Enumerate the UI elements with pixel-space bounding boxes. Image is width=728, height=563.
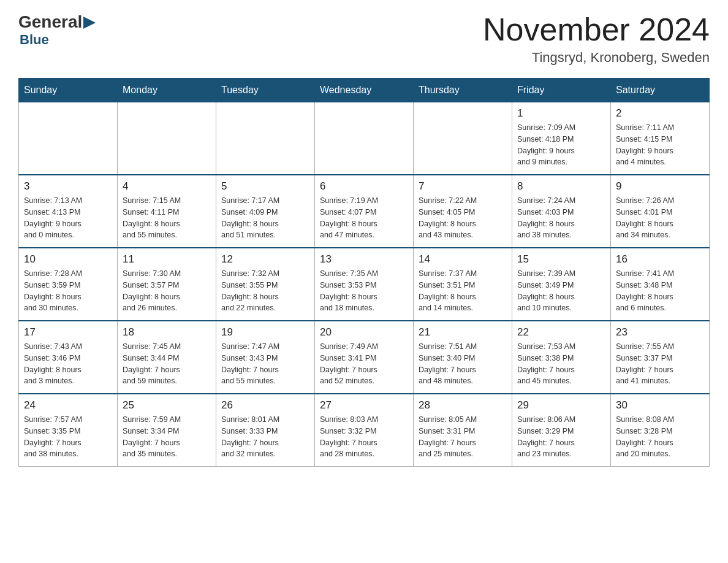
location-title: Tingsryd, Kronoberg, Sweden [483,50,710,66]
day-info: Sunrise: 8:08 AM Sunset: 3:28 PM Dayligh… [616,414,704,460]
day-cell: 23Sunrise: 7:55 AM Sunset: 3:37 PM Dayli… [611,321,710,394]
header-monday: Monday [118,79,216,102]
week-row-0: 1Sunrise: 7:09 AM Sunset: 4:18 PM Daylig… [19,102,710,175]
header-friday: Friday [512,79,611,102]
day-cell [315,102,414,175]
week-row-1: 3Sunrise: 7:13 AM Sunset: 4:13 PM Daylig… [19,175,710,248]
day-info: Sunrise: 7:24 AM Sunset: 4:03 PM Dayligh… [517,195,605,241]
header-thursday: Thursday [414,79,512,102]
day-info: Sunrise: 7:09 AM Sunset: 4:18 PM Dayligh… [517,122,605,168]
header-saturday: Saturday [611,79,710,102]
day-info: Sunrise: 7:26 AM Sunset: 4:01 PM Dayligh… [616,195,704,241]
day-cell: 12Sunrise: 7:32 AM Sunset: 3:55 PM Dayli… [216,248,315,321]
header-row: SundayMondayTuesdayWednesdayThursdayFrid… [19,79,710,102]
day-info: Sunrise: 7:59 AM Sunset: 3:34 PM Dayligh… [123,414,211,460]
page-header: General Blue November 2024 Tingsryd, Kro… [18,12,710,66]
day-cell: 18Sunrise: 7:45 AM Sunset: 3:44 PM Dayli… [118,321,216,394]
day-info: Sunrise: 7:37 AM Sunset: 3:51 PM Dayligh… [419,268,507,314]
day-info: Sunrise: 7:39 AM Sunset: 3:49 PM Dayligh… [517,268,605,314]
day-cell: 10Sunrise: 7:28 AM Sunset: 3:59 PM Dayli… [19,248,118,321]
day-number: 19 [221,326,309,339]
day-number: 15 [517,253,605,266]
day-info: Sunrise: 7:43 AM Sunset: 3:46 PM Dayligh… [24,341,112,387]
header-sunday: Sunday [19,79,118,102]
day-cell: 9Sunrise: 7:26 AM Sunset: 4:01 PM Daylig… [611,175,710,248]
day-cell: 20Sunrise: 7:49 AM Sunset: 3:41 PM Dayli… [315,321,414,394]
day-info: Sunrise: 8:06 AM Sunset: 3:29 PM Dayligh… [517,414,605,460]
day-cell: 25Sunrise: 7:59 AM Sunset: 3:34 PM Dayli… [118,394,216,467]
day-cell [216,102,315,175]
title-block: November 2024 Tingsryd, Kronoberg, Swede… [483,12,710,66]
day-info: Sunrise: 8:03 AM Sunset: 3:32 PM Dayligh… [320,414,408,460]
day-info: Sunrise: 7:15 AM Sunset: 4:11 PM Dayligh… [123,195,211,241]
day-cell: 13Sunrise: 7:35 AM Sunset: 3:53 PM Dayli… [315,248,414,321]
day-number: 18 [123,326,211,339]
day-info: Sunrise: 7:13 AM Sunset: 4:13 PM Dayligh… [24,195,112,241]
day-info: Sunrise: 7:49 AM Sunset: 3:41 PM Dayligh… [320,341,408,387]
day-cell: 27Sunrise: 8:03 AM Sunset: 3:32 PM Dayli… [315,394,414,467]
day-info: Sunrise: 7:17 AM Sunset: 4:09 PM Dayligh… [221,195,309,241]
calendar-table: SundayMondayTuesdayWednesdayThursdayFrid… [18,78,710,467]
day-info: Sunrise: 7:53 AM Sunset: 3:38 PM Dayligh… [517,341,605,387]
day-number: 27 [320,399,408,412]
day-number: 4 [123,180,211,193]
day-number: 21 [419,326,507,339]
day-cell: 21Sunrise: 7:51 AM Sunset: 3:40 PM Dayli… [414,321,512,394]
day-cell: 8Sunrise: 7:24 AM Sunset: 4:03 PM Daylig… [512,175,611,248]
day-number: 7 [419,180,507,193]
day-number: 16 [616,253,704,266]
day-cell: 19Sunrise: 7:47 AM Sunset: 3:43 PM Dayli… [216,321,315,394]
day-cell: 4Sunrise: 7:15 AM Sunset: 4:11 PM Daylig… [118,175,216,248]
day-cell: 6Sunrise: 7:19 AM Sunset: 4:07 PM Daylig… [315,175,414,248]
svg-marker-0 [83,17,96,29]
day-cell: 29Sunrise: 8:06 AM Sunset: 3:29 PM Dayli… [512,394,611,467]
day-number: 11 [123,253,211,266]
day-info: Sunrise: 7:19 AM Sunset: 4:07 PM Dayligh… [320,195,408,241]
week-row-4: 24Sunrise: 7:57 AM Sunset: 3:35 PM Dayli… [19,394,710,467]
day-number: 6 [320,180,408,193]
day-info: Sunrise: 7:45 AM Sunset: 3:44 PM Dayligh… [123,341,211,387]
day-cell: 17Sunrise: 7:43 AM Sunset: 3:46 PM Dayli… [19,321,118,394]
day-cell: 14Sunrise: 7:37 AM Sunset: 3:51 PM Dayli… [414,248,512,321]
day-cell [19,102,118,175]
day-info: Sunrise: 7:28 AM Sunset: 3:59 PM Dayligh… [24,268,112,314]
day-cell: 24Sunrise: 7:57 AM Sunset: 3:35 PM Dayli… [19,394,118,467]
day-cell: 11Sunrise: 7:30 AM Sunset: 3:57 PM Dayli… [118,248,216,321]
day-number: 20 [320,326,408,339]
day-info: Sunrise: 7:41 AM Sunset: 3:48 PM Dayligh… [616,268,704,314]
day-cell: 22Sunrise: 7:53 AM Sunset: 3:38 PM Dayli… [512,321,611,394]
day-cell: 26Sunrise: 8:01 AM Sunset: 3:33 PM Dayli… [216,394,315,467]
day-cell: 7Sunrise: 7:22 AM Sunset: 4:05 PM Daylig… [414,175,512,248]
week-row-2: 10Sunrise: 7:28 AM Sunset: 3:59 PM Dayli… [19,248,710,321]
day-number: 14 [419,253,507,266]
month-title: November 2024 [483,12,710,47]
day-number: 25 [123,399,211,412]
day-cell [414,102,512,175]
day-number: 5 [221,180,309,193]
day-cell [118,102,216,175]
day-number: 24 [24,399,112,412]
day-number: 2 [616,107,704,120]
logo: General Blue [18,12,96,48]
day-number: 3 [24,180,112,193]
day-number: 22 [517,326,605,339]
day-number: 29 [517,399,605,412]
header-wednesday: Wednesday [315,79,414,102]
day-number: 1 [517,107,605,120]
day-number: 13 [320,253,408,266]
day-number: 12 [221,253,309,266]
header-tuesday: Tuesday [216,79,315,102]
day-info: Sunrise: 7:32 AM Sunset: 3:55 PM Dayligh… [221,268,309,314]
day-info: Sunrise: 8:05 AM Sunset: 3:31 PM Dayligh… [419,414,507,460]
week-row-3: 17Sunrise: 7:43 AM Sunset: 3:46 PM Dayli… [19,321,710,394]
day-info: Sunrise: 7:35 AM Sunset: 3:53 PM Dayligh… [320,268,408,314]
day-number: 23 [616,326,704,339]
day-cell: 30Sunrise: 8:08 AM Sunset: 3:28 PM Dayli… [611,394,710,467]
logo-general-text: General [18,12,82,32]
day-info: Sunrise: 8:01 AM Sunset: 3:33 PM Dayligh… [221,414,309,460]
day-info: Sunrise: 7:51 AM Sunset: 3:40 PM Dayligh… [419,341,507,387]
day-info: Sunrise: 7:30 AM Sunset: 3:57 PM Dayligh… [123,268,211,314]
day-cell: 3Sunrise: 7:13 AM Sunset: 4:13 PM Daylig… [19,175,118,248]
day-info: Sunrise: 7:57 AM Sunset: 3:35 PM Dayligh… [24,414,112,460]
day-cell: 15Sunrise: 7:39 AM Sunset: 3:49 PM Dayli… [512,248,611,321]
